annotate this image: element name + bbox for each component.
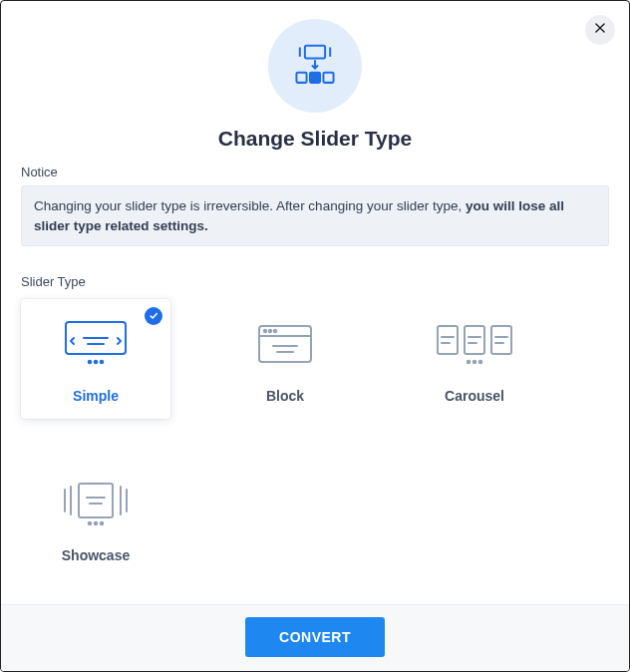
svg-rect-14 [491,326,511,354]
svg-point-15 [468,361,471,364]
svg-point-21 [101,522,104,525]
svg-rect-1 [296,73,306,83]
change-type-icon [268,19,362,113]
option-label: Carousel [445,388,504,404]
close-icon [593,21,607,39]
svg-rect-18 [79,484,113,517]
notice-text: Changing your slider type is irreversibl… [34,198,466,213]
dialog-content: Change Slider Type Notice Changing your … [1,1,629,604]
slider-type-option-carousel[interactable]: Carousel [400,299,549,419]
dialog-title: Change Slider Type [218,127,413,151]
simple-slider-icon [60,314,132,374]
notice-label: Notice [21,165,609,179]
block-slider-icon [249,314,321,374]
dialog-footer: CONVERT [1,604,629,671]
convert-button[interactable]: CONVERT [245,617,385,657]
svg-point-11 [274,330,276,332]
svg-point-10 [269,330,271,332]
svg-rect-3 [323,73,333,83]
svg-point-9 [264,330,266,332]
svg-rect-13 [465,326,484,354]
slider-type-label: Slider Type [21,274,609,289]
showcase-slider-icon [57,474,135,533]
notice-box: Changing your slider type is irreversibl… [21,185,609,246]
close-button[interactable] [585,15,615,45]
slider-type-grid: Simple Block [21,299,609,578]
svg-rect-2 [310,73,320,83]
svg-point-17 [479,361,482,364]
svg-point-20 [95,522,98,525]
carousel-slider-icon [432,314,517,374]
svg-point-6 [95,361,98,364]
option-label: Simple [73,388,119,404]
option-label: Block [266,388,304,404]
svg-rect-0 [305,46,325,59]
hero: Change Slider Type [21,19,609,151]
svg-point-5 [89,361,92,364]
svg-point-7 [101,361,104,364]
slider-type-option-block[interactable]: Block [210,299,360,419]
slider-type-option-showcase[interactable]: Showcase [21,459,170,578]
selected-check-icon [145,307,162,325]
slider-type-option-simple[interactable]: Simple [21,299,170,419]
svg-point-16 [473,361,476,364]
option-label: Showcase [62,547,130,563]
svg-point-19 [89,522,92,525]
svg-rect-12 [438,326,458,354]
